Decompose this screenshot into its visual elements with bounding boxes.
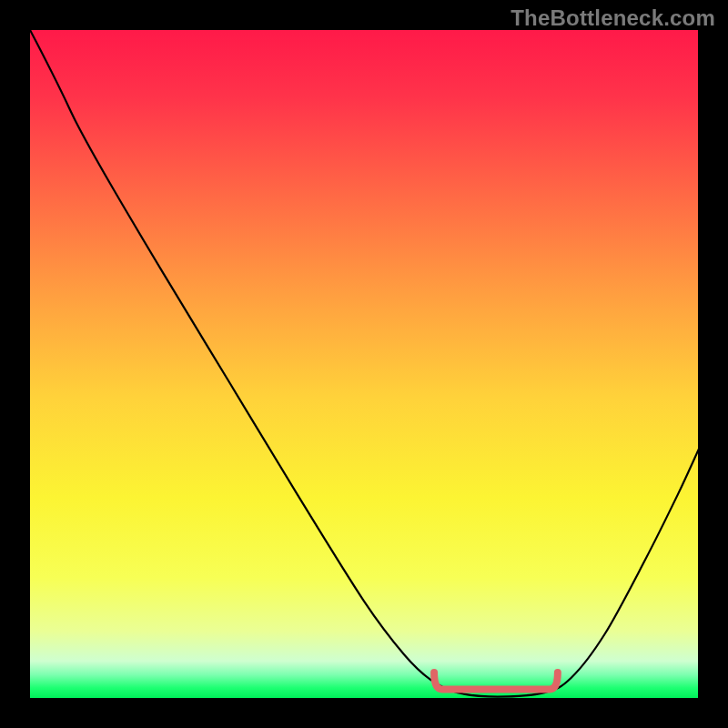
plot-area [30,30,698,698]
svg-rect-0 [30,30,698,698]
background-gradient [30,30,698,698]
chart-frame: TheBottleneck.com [0,0,728,728]
watermark-text: TheBottleneck.com [511,5,715,31]
